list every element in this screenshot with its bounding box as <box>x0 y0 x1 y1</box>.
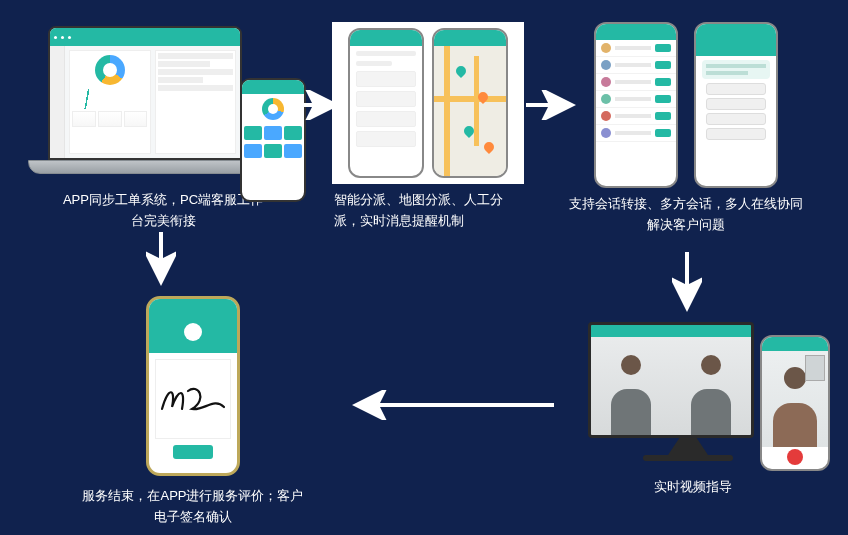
caption-n2: 智能分派、地图分派、人工分派，实时消息提醒机制 <box>332 190 524 232</box>
arrow-4-5 <box>350 390 560 420</box>
hangup-icon <box>787 449 803 465</box>
caption-n4: 实时视频指导 <box>578 477 808 498</box>
pin-icon <box>454 64 468 78</box>
confirm-button <box>173 445 213 459</box>
phone-form <box>348 28 424 178</box>
signature-icon <box>158 379 228 419</box>
arrow-3-4 <box>672 246 702 316</box>
phone-signature <box>146 296 240 476</box>
phone-mock-overlay <box>240 78 306 202</box>
phone-video-call <box>760 335 830 471</box>
caption-n5: 服务结束，在APP进行服务评价；客户电子签名确认 <box>78 486 308 528</box>
chart-icon <box>95 55 125 85</box>
node-chat: 支持会话转接、多方会话，多人在线协同解决客户问题 <box>566 22 806 236</box>
avatar-icon <box>149 315 237 353</box>
monitor-mock <box>588 322 754 438</box>
pip-thumbnail <box>805 355 825 381</box>
node-signature: 服务结束，在APP进行服务评价；客户电子签名确认 <box>78 296 308 528</box>
node-video: 实时视频指导 <box>578 322 808 498</box>
laptop-mock <box>48 26 242 160</box>
pin-icon <box>482 140 496 154</box>
node-dispatch: 智能分派、地图分派、人工分派，实时消息提醒机制 <box>332 22 524 232</box>
phone-chat-list <box>594 22 678 188</box>
phone-map <box>432 28 508 178</box>
phone-chat-actions <box>694 22 778 188</box>
chart-icon <box>262 98 284 120</box>
node-pc-sync: APP同步工单系统，PC端客服工作台完美衔接 <box>38 26 288 232</box>
arrow-1-5 <box>146 226 176 290</box>
caption-n3: 支持会话转接、多方会话，多人在线协同解决客户问题 <box>566 194 806 236</box>
